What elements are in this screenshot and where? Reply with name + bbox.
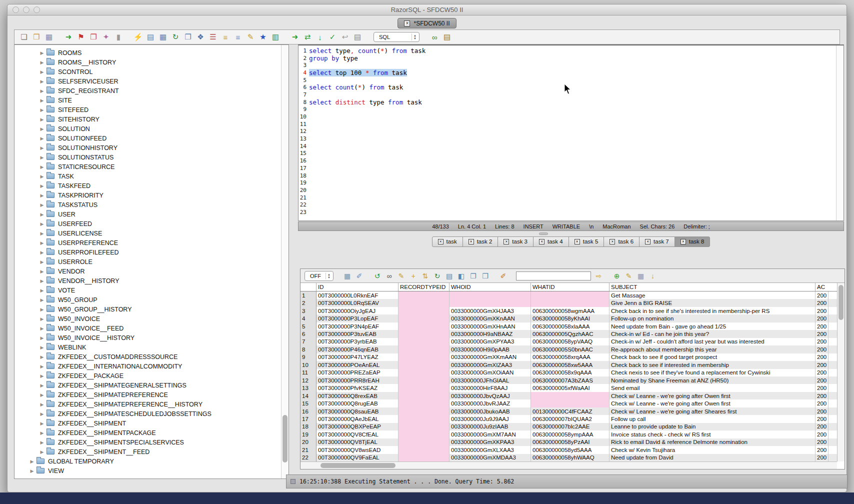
disclosure-triangle-icon[interactable]: ▶ (28, 459, 36, 464)
tree-item[interactable]: ▶ SFDC_REGISTRANT (14, 86, 288, 96)
result-tab[interactable]: × task 6 (604, 236, 640, 247)
tree-item[interactable]: ▶ ZKFEDEX__PACKAGE (14, 371, 288, 380)
table-row[interactable]: 10 00T3000000POeAnEAL 0033000000GmXIZAA3… (300, 361, 837, 368)
save-table-icon[interactable]: ▦ (636, 271, 645, 281)
table-row[interactable]: 15 00T3000000Q8rugEAB 0033000000JbvRJAAZ… (300, 400, 837, 407)
zoom-window-icon[interactable] (34, 6, 40, 13)
tree-item[interactable]: ▶ W50_INVOICE (14, 314, 288, 324)
execute-lightning-icon[interactable]: ⚡ (134, 32, 142, 42)
tree-item[interactable]: ▶ SOLUTIONFEED (14, 134, 288, 143)
tree-item[interactable]: ▶ ZKFEDEX__SHIPMATEPREFERENCE__HISTORY (14, 400, 288, 409)
disclosure-triangle-icon[interactable]: ▶ (38, 307, 46, 312)
favorites-icon[interactable]: ★ (258, 32, 268, 42)
close-connection-icon[interactable]: ❐ (89, 32, 98, 42)
tree-item[interactable]: ▶ USERFEED (14, 219, 288, 228)
disclosure-triangle-icon[interactable]: ▶ (38, 421, 46, 426)
table-row[interactable]: 9 00T3000000P47LYEAZ 0033000000GmXKmAAN … (300, 354, 837, 361)
tree-item[interactable]: ▶ W50_INVOICE__HISTORY (14, 333, 288, 342)
title-bar[interactable]: RazorSQL - SFDCW50 II (8, 4, 846, 16)
tree-item[interactable]: ▶ ZKFEDEX__SHIPMENTSPECIALSERVICES (14, 438, 288, 447)
tree-item[interactable]: ▶ VOTE (14, 286, 288, 295)
row-list-icon[interactable]: ☰ (208, 32, 218, 42)
tree-item[interactable]: ▶ GLOBAL TEMPORARY (14, 456, 288, 466)
tree-item[interactable]: ▶ ZKFEDEX__SHIPMATEPREFERENCE (14, 390, 288, 400)
indent-sql-icon[interactable]: ≡ (221, 32, 230, 42)
disclosure-triangle-icon[interactable]: ▶ (38, 260, 46, 264)
tree-item[interactable]: ▶ ROOMS (14, 48, 288, 58)
column-info-icon[interactable]: ▤ (445, 271, 454, 281)
disclosure-triangle-icon[interactable]: ▶ (38, 193, 46, 198)
browse-data-icon[interactable]: ∞ (430, 32, 439, 42)
close-result-tab-icon[interactable]: × (539, 239, 544, 244)
close-document-icon[interactable]: × (404, 20, 410, 26)
disclosure-triangle-icon[interactable]: ▶ (38, 70, 46, 74)
tree-item[interactable]: ▶ VIEW (14, 466, 288, 476)
disclosure-triangle-icon[interactable]: ▶ (38, 98, 46, 103)
table-row[interactable]: 4 00T3000000P3LopEAF 0033000000GmXKnAAN … (300, 314, 837, 322)
table-row[interactable]: 7 00T3000000P3yrbEAB 0033000000GmXPYAA3 … (300, 338, 837, 346)
close-result-tab-icon[interactable]: × (438, 239, 444, 244)
row-limit-select[interactable]: OFF ▲▼ (304, 271, 334, 281)
tree-item[interactable]: ▶ W50_GROUP__HISTORY (14, 304, 288, 314)
disclosure-triangle-icon[interactable]: ▶ (38, 240, 46, 246)
save-results-icon[interactable]: ▦ (343, 271, 352, 281)
tree-item[interactable]: ▶ ROOMS__HISTORY (14, 58, 288, 67)
disclosure-triangle-icon[interactable]: ▶ (38, 430, 46, 436)
disclosure-triangle-icon[interactable]: ▶ (38, 269, 46, 274)
table-horizontal-scrollbar[interactable] (300, 462, 837, 469)
close-result-tab-icon[interactable]: × (680, 239, 686, 244)
execute-fetch-icon[interactable]: ↓ (316, 32, 324, 42)
edit-table-icon[interactable]: ▦ (158, 32, 168, 42)
table-row[interactable]: 8 00T3000000P46qnEAB 0033000000H9i0pAAB … (300, 346, 837, 353)
tree-item[interactable]: ▶ ZKFEDEX__INTERNATIONALCOMMODITY (14, 362, 288, 371)
tree-scrollbar-thumb[interactable] (282, 415, 288, 462)
export-table-icon[interactable]: ▥ (271, 32, 280, 42)
tree-item[interactable]: ▶ TASKFEED (14, 181, 288, 190)
view-record-icon[interactable]: ∞ (385, 271, 394, 281)
close-result-tab-icon[interactable]: × (645, 239, 650, 244)
edit-filter-icon[interactable]: ✐ (355, 271, 364, 281)
tree-item[interactable]: ▶ TASK (14, 172, 288, 181)
tree-item[interactable]: ▶ USERLICENSE (14, 228, 288, 238)
result-tab[interactable]: × task 5 (568, 236, 604, 247)
tree-item[interactable]: ▶ SITE (14, 96, 288, 105)
export-results-icon[interactable]: ⊕ (612, 271, 621, 281)
tree-item[interactable]: ▶ SELFSERVICEUSER (14, 76, 288, 86)
new-file-icon[interactable]: ❏ (20, 32, 28, 42)
rollback-icon[interactable]: ↩ (340, 32, 350, 42)
sql-log-icon[interactable]: ▤ (353, 32, 362, 42)
copy-table-icon[interactable]: ❒ (481, 271, 490, 281)
tree-item[interactable]: ▶ ZKFEDEX__SHIPMATESCHEDULEDJOBSSETTINGS (14, 409, 288, 418)
tree-item[interactable]: ▶ SOLUTIONSTATUS (14, 152, 288, 162)
tree-item[interactable]: ▶ ZKFEDEX__SHIPMENT__FEED (14, 447, 288, 456)
download-icon[interactable]: ↓ (648, 271, 657, 281)
disclosure-triangle-icon[interactable]: ▶ (38, 126, 46, 132)
tree-item[interactable]: ▶ STATICRESOURCE (14, 162, 288, 172)
table-row[interactable]: 5 00T3000000P3N4pEAF 0033000000GmXHnAAN … (300, 322, 837, 330)
tree-item[interactable]: ▶ ZKFEDEX__SHIPMATEGENERALSETTINGS (14, 380, 288, 390)
disclosure-triangle-icon[interactable]: ▶ (38, 450, 46, 454)
stop-icon[interactable] (290, 479, 296, 484)
column-header[interactable]: WHATID (531, 283, 610, 291)
disclosure-triangle-icon[interactable]: ▶ (38, 336, 46, 340)
format-sql-icon[interactable]: ✎ (246, 32, 255, 42)
table-horizontal-scrollbar-thumb[interactable] (320, 463, 396, 468)
new-connection-icon[interactable]: ✦ (102, 32, 110, 42)
table-row[interactable]: 22 00T3000000QV9FaEAL 0033000000GmXMDAA3… (300, 454, 837, 462)
tree-item[interactable]: ▶ SOLUTION (14, 124, 288, 134)
execute-icon[interactable]: ➜ (290, 32, 300, 42)
copy-rows-icon[interactable]: ❐ (469, 271, 478, 281)
disclosure-triangle-icon[interactable]: ▶ (38, 108, 46, 112)
results-window-icon[interactable]: ▤ (442, 32, 452, 42)
close-result-tab-icon[interactable]: × (468, 239, 474, 244)
disclosure-triangle-icon[interactable]: ▶ (38, 212, 46, 217)
disclosure-triangle-icon[interactable]: ▶ (38, 288, 46, 293)
table-vertical-scrollbar[interactable] (837, 283, 844, 462)
disclosure-triangle-icon[interactable]: ▶ (38, 440, 46, 445)
generate-sql-icon[interactable]: ↻ (171, 32, 180, 42)
table-row[interactable]: 18 00T3000000QBXPeEAP 0033000000Ju9zIAAB… (300, 423, 837, 430)
disclosure-triangle-icon[interactable]: ▶ (38, 374, 46, 378)
tree-item[interactable]: ▶ VENDOR__HISTORY (14, 276, 288, 286)
result-tab[interactable]: × task 2 (462, 236, 498, 247)
disclosure-triangle-icon[interactable]: ▶ (38, 278, 46, 284)
